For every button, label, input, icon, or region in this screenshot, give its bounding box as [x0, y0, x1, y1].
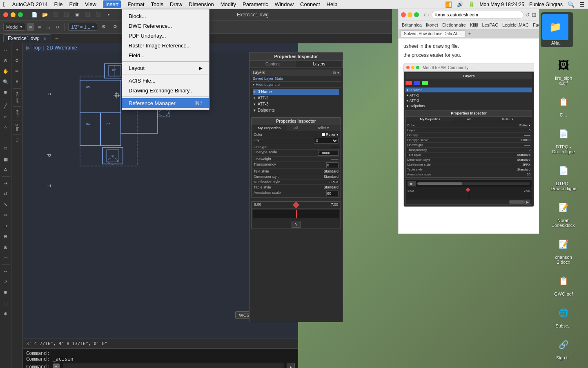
mini-scroll-end[interactable]: ▶ [525, 200, 530, 204]
desktop-file-dtpq2[interactable]: 📄 DTPQ -Dow...n ligne [541, 159, 586, 193]
menubar-user[interactable]: Eunice Gingras [529, 2, 563, 7]
desktop-file-subsc[interactable]: 🌐 Subsc... [541, 301, 586, 330]
menubar-dimension[interactable]: Dimension [189, 1, 214, 7]
orbit-icon[interactable]: ⊙ [1, 56, 11, 65]
menubar-view[interactable]: View [85, 1, 96, 7]
menu-item-ref-manager[interactable]: Reference Manager ⌘7 [122, 98, 209, 108]
qat-icon3[interactable]: ▣ [72, 10, 82, 20]
desktop-file-fire[interactable]: 🖼 fire_alpha.gif [541, 54, 586, 87]
menu-item-dwg-ref[interactable]: DWG Reference... [122, 21, 209, 31]
polyline-icon[interactable]: ⌐ [1, 112, 11, 121]
menu-item-field[interactable]: Field... [122, 50, 209, 60]
mini-pi-tab-relier[interactable]: Relier ▾ [305, 125, 341, 131]
tab-exercice1[interactable]: Exercice1.dwg ✕ [3, 34, 51, 42]
layer-item-0[interactable]: ☀ 0 Name [253, 89, 339, 95]
browser-tab-solved[interactable]: Solved: How do I use Data Attribute Extr… [400, 30, 466, 37]
tab-content[interactable]: Content [249, 61, 296, 67]
tb-icon-c[interactable]: ⬚ [45, 23, 52, 31]
layer-select[interactable]: 0 [314, 138, 339, 144]
menubar-window[interactable]: Window [275, 1, 294, 7]
array-icon[interactable]: ⊞ [1, 242, 11, 252]
desktop-file-d[interactable]: 📋 D... [541, 90, 586, 119]
linetype-scale-input[interactable] [318, 150, 339, 156]
menu-item-pdf-underlay[interactable]: PDF Underlay... [122, 31, 209, 40]
menubar-modify[interactable]: Modify [220, 1, 236, 7]
url-bar[interactable] [432, 11, 523, 19]
circle-icon[interactable]: ○ [1, 122, 11, 132]
qat-icon5[interactable]: ⬛ [93, 10, 103, 20]
arc-icon[interactable]: ⌒ [1, 133, 11, 143]
menubar-file[interactable]: File [54, 1, 63, 7]
rect-icon[interactable]: □ [1, 144, 11, 153]
menubar-help[interactable]: Help [327, 1, 338, 7]
saved-layer-state[interactable]: Saved Layer State [253, 76, 283, 81]
bookmark-button[interactable]: ⊞ [532, 11, 537, 18]
snap-icon2[interactable]: ⚙ [110, 22, 120, 32]
hide-layer-list[interactable]: ▾ Hide Layer List [251, 82, 341, 88]
lt2-icon2[interactable]: O [12, 56, 22, 65]
menu-item-dxb[interactable]: Drawing Exchange Binary... [122, 85, 209, 95]
new-icon[interactable]: 📄 [29, 10, 39, 20]
menu-item-raster[interactable]: Raster Image Reference... [122, 40, 209, 50]
rotate-icon[interactable]: ↺ [1, 189, 11, 199]
transparency-input[interactable] [326, 162, 339, 168]
qat-dropdown[interactable]: ▾ [104, 10, 114, 20]
menu-item-acis[interactable]: ACIS File... [122, 76, 209, 85]
menubar-tools[interactable]: Tools [151, 1, 163, 7]
snap-icon[interactable]: ⚙ [99, 22, 109, 32]
menubar-draw[interactable]: Draw [170, 1, 182, 7]
menubar-autocad[interactable]: AutoCAD 2014 [12, 1, 48, 7]
browser-min[interactable] [408, 12, 412, 17]
tb-icon-a[interactable]: ⊞ [27, 23, 34, 31]
scale-selector[interactable]: 1/2" = 1... ▾ [68, 23, 97, 31]
leader-icon[interactable]: ↗ [1, 277, 11, 287]
ann-scale-input[interactable] [326, 191, 339, 196]
new-browser-tab[interactable]: + [466, 31, 473, 37]
qat-icon4[interactable]: ⬛ [82, 10, 92, 20]
search-icon[interactable]: 🔍 [568, 1, 575, 8]
menubar-parametric[interactable]: Parametric [243, 1, 268, 7]
bookmark-ikonet[interactable]: Ikonet [426, 22, 438, 27]
trim-icon[interactable]: ✂ [1, 210, 11, 220]
finder-icon[interactable]: 📁 [542, 14, 568, 40]
command-input[interactable] [63, 363, 283, 368]
block-icon[interactable]: ⬚ [1, 298, 11, 308]
qat-icon1[interactable]: ⬛ [51, 10, 60, 20]
tab-close[interactable]: ✕ [43, 36, 47, 41]
bookmark-lespac[interactable]: LesPAC [482, 22, 499, 27]
lt2-icon4[interactable]: E [12, 77, 22, 87]
forward-button[interactable]: › [428, 11, 430, 18]
zoom-icon[interactable]: 🔍 [1, 77, 11, 87]
hatch-icon[interactable]: ▦ [1, 154, 11, 164]
apple-menu[interactable]:  [3, 1, 6, 8]
command-arrow-btn[interactable]: ▾ [53, 364, 60, 368]
refresh-button[interactable]: ↺ [525, 11, 530, 18]
bookmark-facebook[interactable]: Facebook [533, 22, 539, 27]
close-button[interactable] [3, 12, 8, 17]
menu-item-block[interactable]: Block... [122, 11, 209, 21]
menubar-edit[interactable]: Edit [69, 1, 78, 7]
pi-val-color[interactable]: Relier ▾ [322, 132, 339, 137]
lt2-icon1[interactable]: H [12, 45, 22, 55]
new-tab-button[interactable]: + [53, 34, 61, 43]
bookmark-dictionnaire[interactable]: Dictionnaire [442, 22, 466, 27]
dim-icon[interactable]: ↔ [1, 266, 11, 276]
view-style-label[interactable]: 2D Wireframe [47, 45, 77, 51]
view-top-label[interactable]: Top [33, 45, 40, 51]
timeline-bar[interactable] [253, 210, 339, 218]
menubar-format[interactable]: Format [127, 1, 144, 7]
pan-icon[interactable]: ✋ [1, 66, 11, 76]
mirror-icon[interactable]: ⊣ [1, 253, 11, 263]
menu-item-layout[interactable]: Layout ▶ [122, 63, 209, 73]
desktop-file-dtpq1[interactable]: 📄 DTPQ -Do...n ligne [541, 122, 586, 156]
desktop-file-norah[interactable]: 📝 NorahJones.docx [541, 196, 586, 229]
maximize-button[interactable] [18, 12, 23, 17]
move2-icon[interactable]: ⇢ [1, 178, 11, 188]
layer-item-att2[interactable]: ☀ ATT-2 [253, 95, 339, 101]
scale2-icon[interactable]: ⤡ [1, 200, 11, 209]
extend-icon[interactable]: ⇥ [1, 221, 11, 231]
bookmark-logiciel[interactable]: Logiciel.MAC [502, 22, 529, 27]
extents-icon[interactable]: ⊞ [1, 88, 11, 97]
table-icon[interactable]: ⊞ [1, 287, 11, 297]
folder-icon[interactable]: 📂 [40, 10, 50, 20]
